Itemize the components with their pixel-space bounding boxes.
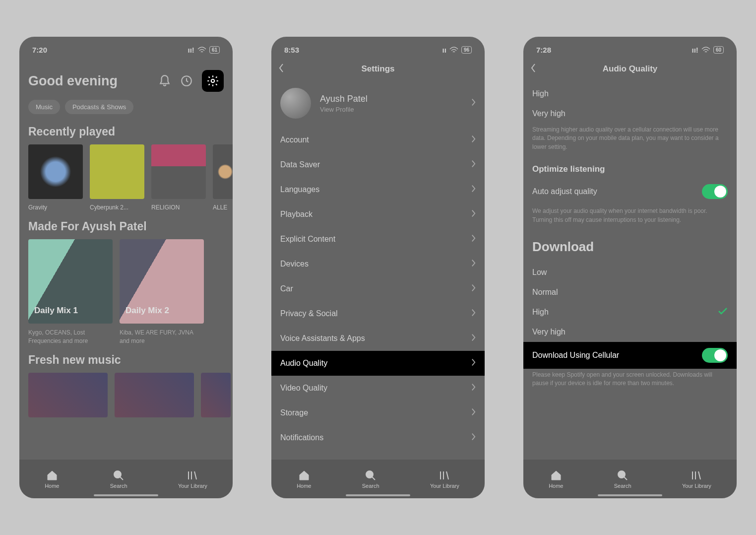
nav-search[interactable]: Search bbox=[614, 469, 631, 489]
profile-row[interactable]: Ayush Patel View Profile bbox=[271, 84, 485, 128]
fresh-tile[interactable] bbox=[115, 373, 194, 417]
settings-item-car[interactable]: Car bbox=[271, 276, 485, 301]
download-option[interactable]: High bbox=[523, 302, 737, 322]
auto-adjust-help: We adjust your audio quality when your i… bbox=[523, 205, 737, 232]
daily-mix-badge: Daily Mix 1 bbox=[34, 306, 78, 316]
chip-music[interactable]: Music bbox=[28, 100, 60, 114]
battery-icon: 60 bbox=[713, 46, 724, 54]
stream-option[interactable]: High bbox=[523, 84, 737, 104]
history-icon[interactable] bbox=[180, 74, 193, 87]
recently-item[interactable]: RELIGION bbox=[151, 144, 206, 211]
nav-library[interactable]: Your Library bbox=[682, 469, 711, 489]
settings-item-languages[interactable]: Languages bbox=[271, 177, 485, 202]
status-bar: 7:28 ıı! 60 bbox=[523, 37, 737, 59]
section-fresh-title: Fresh new music bbox=[19, 350, 233, 373]
settings-item-notifications[interactable]: Notifications bbox=[271, 425, 485, 450]
settings-item-label: Playback bbox=[280, 210, 313, 219]
home-indicator bbox=[94, 494, 158, 496]
status-time: 8:53 bbox=[284, 46, 299, 54]
page-title: Settings bbox=[292, 64, 464, 74]
settings-button[interactable] bbox=[202, 70, 224, 92]
chevron-left-icon bbox=[278, 63, 284, 73]
bottom-nav: Home Search Your Library bbox=[19, 460, 233, 498]
status-time: 7:20 bbox=[32, 46, 47, 54]
settings-item-label: Account bbox=[280, 135, 309, 144]
settings-item-playback[interactable]: Playback bbox=[271, 202, 485, 227]
daily-mix-card[interactable]: Daily Mix 2 Kiba, WE ARE FURY, JVNA and … bbox=[120, 239, 204, 345]
nav-library[interactable]: Your Library bbox=[430, 469, 459, 489]
chevron-left-icon bbox=[530, 63, 536, 73]
settings-item-video-quality[interactable]: Video Quality bbox=[271, 376, 485, 401]
svg-point-3 bbox=[366, 471, 373, 478]
download-cellular-label: Download Using Cellular bbox=[532, 351, 619, 360]
card-caption: ALLE bbox=[213, 204, 233, 211]
recently-item[interactable]: ALLE bbox=[213, 144, 233, 211]
fresh-tile[interactable] bbox=[28, 373, 108, 417]
greeting-text: Good evening bbox=[28, 73, 118, 89]
profile-sub: View Profile bbox=[320, 106, 368, 113]
auto-adjust-label: Auto adjust quality bbox=[532, 187, 597, 196]
fresh-tile[interactable] bbox=[201, 373, 231, 417]
bell-icon[interactable] bbox=[158, 74, 171, 87]
screen-home: 7:20 ıı! 61 Good evening Music Podcasts … bbox=[19, 37, 233, 498]
nav-search[interactable]: Search bbox=[362, 469, 379, 489]
settings-item-label: Notifications bbox=[280, 433, 323, 442]
download-heading: Download bbox=[523, 232, 737, 263]
download-option[interactable]: Very high bbox=[523, 322, 737, 342]
home-indicator bbox=[598, 494, 662, 496]
chevron-right-icon bbox=[471, 185, 476, 195]
chevron-right-icon bbox=[471, 135, 476, 145]
status-bar: 7:20 ıı! 61 bbox=[19, 37, 233, 59]
nav-library[interactable]: Your Library bbox=[178, 469, 207, 489]
chevron-right-icon bbox=[471, 334, 476, 343]
section-recently-played-title: Recently played bbox=[19, 122, 233, 144]
back-button[interactable] bbox=[530, 63, 544, 75]
settings-item-label: Data Saver bbox=[280, 160, 320, 169]
settings-item-label: Storage bbox=[280, 408, 308, 417]
optimize-heading: Optimize listening bbox=[523, 159, 737, 178]
download-option[interactable]: Normal bbox=[523, 282, 737, 302]
settings-item-audio-quality[interactable]: Audio Quality bbox=[271, 351, 485, 376]
screen-settings: 8:53 ıı 96 Settings Ayush Patel View Pro… bbox=[271, 37, 485, 498]
chevron-right-icon bbox=[471, 209, 476, 219]
chevron-right-icon bbox=[471, 284, 476, 294]
settings-item-devices[interactable]: Devices bbox=[271, 252, 485, 276]
bottom-nav: Home Search Your Library bbox=[523, 460, 737, 498]
recently-item[interactable]: Cyberpunk 2... bbox=[90, 144, 144, 211]
download-option[interactable]: Low bbox=[523, 263, 737, 282]
auto-adjust-row[interactable]: Auto adjust quality bbox=[523, 178, 737, 205]
nav-search[interactable]: Search bbox=[110, 469, 127, 489]
stream-option[interactable]: Very high bbox=[523, 104, 737, 124]
svg-point-4 bbox=[618, 471, 625, 478]
chevron-right-icon bbox=[471, 433, 476, 443]
chip-podcasts[interactable]: Podcasts & Shows bbox=[65, 100, 133, 114]
bottom-nav: Home Search Your Library bbox=[271, 460, 485, 498]
nav-home[interactable]: Home bbox=[549, 469, 563, 489]
card-caption: Gravity bbox=[28, 204, 83, 211]
profile-name: Ayush Patel bbox=[320, 94, 368, 104]
settings-item-data-saver[interactable]: Data Saver bbox=[271, 152, 485, 177]
wifi-icon bbox=[701, 47, 710, 54]
settings-item-account[interactable]: Account bbox=[271, 128, 485, 152]
auto-adjust-toggle[interactable] bbox=[702, 184, 728, 199]
settings-item-explicit-content[interactable]: Explicit Content bbox=[271, 227, 485, 252]
chevron-right-icon bbox=[471, 309, 476, 319]
recently-item[interactable]: Gravity bbox=[28, 144, 83, 211]
nav-home[interactable]: Home bbox=[45, 469, 59, 489]
daily-mix-card[interactable]: Daily Mix 1 Kygo, OCEANS, Lost Frequenci… bbox=[28, 239, 113, 345]
download-cellular-toggle[interactable] bbox=[702, 348, 728, 363]
signal-icon: ıı! bbox=[692, 46, 698, 54]
back-button[interactable] bbox=[278, 63, 292, 75]
daily-mix-sub: Kiba, WE ARE FURY, JVNA and more bbox=[120, 329, 204, 345]
settings-item-storage[interactable]: Storage bbox=[271, 401, 485, 425]
settings-item-label: Video Quality bbox=[280, 384, 327, 393]
daily-mix-badge: Daily Mix 2 bbox=[126, 306, 169, 316]
wifi-icon bbox=[197, 47, 206, 54]
download-cellular-row[interactable]: Download Using Cellular bbox=[523, 342, 737, 369]
nav-home[interactable]: Home bbox=[297, 469, 311, 489]
settings-item-label: Car bbox=[280, 284, 293, 293]
settings-item-privacy-social[interactable]: Privacy & Social bbox=[271, 301, 485, 326]
wifi-icon bbox=[449, 47, 458, 54]
settings-item-label: Devices bbox=[280, 260, 309, 268]
settings-item-voice-assistants-apps[interactable]: Voice Assistants & Apps bbox=[271, 326, 485, 351]
